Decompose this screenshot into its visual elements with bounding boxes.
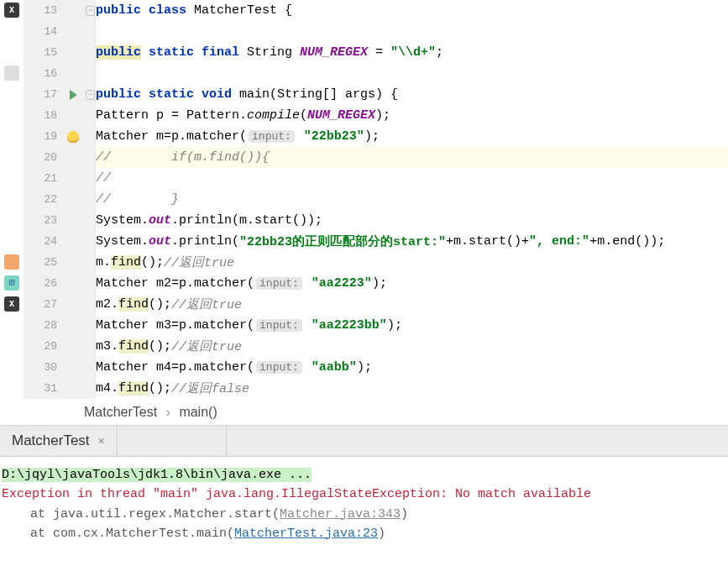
tab-marker-generic[interactable] [4,66,19,81]
line-number[interactable]: 20 [24,151,64,164]
line-number[interactable]: 17 [24,88,64,101]
tab-marker-orange[interactable] [4,254,19,270]
line-number[interactable]: 14 [24,25,64,38]
line-number[interactable]: 13 [24,4,64,17]
fold-toggle-icon[interactable]: − [86,90,95,100]
code-editor[interactable]: public class MatcherTest { public static… [96,0,728,399]
empty-tab-slot [118,426,227,456]
line-number[interactable]: 15 [24,46,64,59]
file-markers-strip: X m X [0,0,24,399]
line-number[interactable]: 19 [24,130,64,143]
run-icon[interactable] [70,90,77,100]
tab-marker-close[interactable]: X [4,3,19,18]
line-number[interactable]: 29 [24,340,64,353]
line-number[interactable]: 25 [24,256,64,269]
console-output[interactable]: D:\jqyl\javaTools\jdk1.8\bin\java.exe ..… [0,457,728,566]
run-tab-label: MatcherTest [12,432,90,449]
line-number[interactable]: 21 [24,172,64,185]
stack-frame: at com.cx.MatcherTest.main(MatcherTest.j… [2,524,726,543]
fold-gutter: − − [82,0,96,399]
line-number-gutter: 13 14 15 16 17 18 19 20 21 22 23 24 25 2… [24,0,64,399]
run-panel-tabs: MatcherTest × [0,425,728,457]
stack-link[interactable]: Matcher.java:343 [280,507,401,521]
line-number[interactable]: 30 [24,361,64,374]
line-number[interactable]: 18 [24,109,64,122]
tab-marker-m-icon[interactable]: m [4,275,19,291]
line-number[interactable]: 27 [24,298,64,311]
run-tab[interactable]: MatcherTest × [0,426,118,456]
console-command: D:\jqyl\javaTools\jdk1.8\bin\java.exe ..… [2,468,312,482]
line-number[interactable]: 16 [24,67,64,80]
breadcrumb-method[interactable]: main() [179,405,217,419]
line-number[interactable]: 23 [24,214,64,227]
line-number[interactable]: 26 [24,277,64,290]
annotation-gutter [64,0,82,399]
line-number[interactable]: 31 [24,382,64,395]
fold-toggle-icon[interactable]: − [86,6,95,16]
line-number[interactable]: 24 [24,235,64,248]
editor-area: X m X 13 14 15 16 17 18 19 20 21 22 23 2… [0,0,728,399]
breadcrumb-class[interactable]: MatcherTest [84,405,157,419]
console-exception: Exception in thread "main" java.lang.Ill… [2,485,726,504]
close-icon[interactable]: × [98,434,105,448]
breadcrumb-separator-icon: › [166,405,170,419]
stack-link[interactable]: MatcherTest.java:23 [234,527,378,541]
lightbulb-icon[interactable] [67,131,79,143]
line-number[interactable]: 28 [24,319,64,332]
breadcrumb[interactable]: MatcherTest › main() [0,399,728,425]
stack-frame: at java.util.regex.Matcher.start(Matcher… [2,505,726,524]
tab-marker-x-icon[interactable]: X [4,296,19,312]
line-number[interactable]: 22 [24,193,64,206]
